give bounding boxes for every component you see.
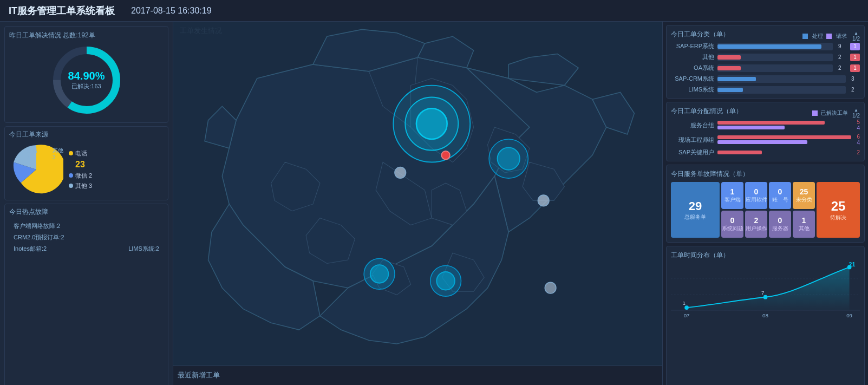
- fault-server-label: 服务器: [772, 225, 788, 232]
- middle-column: 工单发生情况: [173, 22, 662, 385]
- classification-title: 今日工单分类（单）: [671, 30, 729, 39]
- fault-app-num: 0: [754, 187, 759, 196]
- legend-other: 其他 3: [69, 182, 92, 190]
- bar-row-sap-key: SAP关键用户 2: [671, 148, 860, 156]
- fault-account-num: 0: [778, 187, 782, 196]
- legend-purple-sq: [826, 34, 832, 39]
- classification-bars: SAP-ERP系统 9 1 其他 2 1: [671, 42, 860, 94]
- hotspot-row-1: 客户端网络故障:2: [14, 222, 159, 230]
- bar-vals-service: 5 4: [857, 119, 860, 131]
- time-chart-svg: 1 7 21 07 08 09: [671, 262, 860, 322]
- legend-phone: 电话: [69, 149, 92, 158]
- fault-cell-user-op: 2 用户操作: [745, 211, 767, 238]
- bar-track-sap-crm: [717, 75, 846, 83]
- fault-panel: 今日服务单故障情况（单） 29 总服务单 1 客户端 0 应用软件 0: [666, 165, 865, 243]
- bar-label-service: 服务台组: [671, 121, 714, 129]
- fault-other-label: 其他: [799, 225, 810, 232]
- fault-client-num: 1: [730, 187, 735, 196]
- bar-fill-eng-1: [717, 135, 851, 139]
- bar-dual-engineer: [717, 135, 851, 144]
- fault-uncat-num: 25: [800, 187, 808, 196]
- bar-val-oa-1: 2: [838, 65, 847, 71]
- bar-dual-sap-key: [717, 151, 851, 154]
- time-chart-container: 1 7 21 07 08 09: [671, 262, 860, 322]
- svg-point-15: [436, 272, 455, 290]
- classification-pagination[interactable]: ▲ 1/2: [852, 31, 860, 42]
- bar-fill-oa: [717, 66, 741, 70]
- bar-row-engineer: 现场工程师组 6 4: [671, 134, 860, 146]
- hotspot-item-1: 客户端网络故障:2: [14, 222, 60, 230]
- bar-label-sap-key: SAP关键用户: [671, 148, 714, 156]
- arrow-up-icon[interactable]: ▲: [854, 31, 858, 36]
- classification-legend-area: 处理 请求 ▲ 1/2: [802, 31, 860, 42]
- fault-cell-uncat: 25 未分类: [793, 182, 815, 209]
- distribution-pagination[interactable]: ▲ 1/2: [852, 108, 860, 119]
- legend-purple-label: 请求: [836, 32, 847, 40]
- bar-label-sap-crm: SAP-CRM系统: [671, 75, 714, 83]
- hotspot-title: 今日热点故障: [9, 207, 164, 217]
- pie-chart: 微信2 其他3: [9, 142, 63, 197]
- fault-grid: 29 总服务单 1 客户端 0 应用软件 0 账 号 25: [671, 182, 860, 238]
- fault-pending-num: 25: [831, 199, 846, 214]
- bar-fill-other: [717, 55, 741, 60]
- wechat-label: 微信 2: [75, 172, 92, 180]
- val-09: 21: [849, 262, 856, 267]
- svg-point-13: [370, 265, 389, 283]
- bar-badge-other: 1: [850, 54, 860, 61]
- bar-val-service-1: 5: [857, 119, 860, 125]
- bar-row-other: 其他 2 1: [671, 53, 860, 61]
- pie-legend: 电话 23 微信 2 其他 3: [69, 149, 92, 190]
- bar-dual-service: [717, 121, 851, 129]
- other-label: 其他 3: [75, 182, 92, 190]
- dp-07: [684, 305, 689, 310]
- left-column: 昨日工单解决情况 总数:192单 84.90% 已解决:163 今日工单来源: [0, 22, 173, 385]
- fault-cell-app: 0 应用软件: [745, 182, 767, 209]
- svg-point-6: [416, 108, 447, 139]
- source-title: 今日工单来源: [9, 130, 164, 139]
- bar-row-service: 服务台组 5 4: [671, 119, 860, 131]
- pie-label-wechat: 微信2: [27, 147, 37, 160]
- right-column: 今日工单分类（单） 处理 请求 ▲ 1/2 SAP-ERP系统: [662, 22, 868, 385]
- main-layout: 昨日工单解决情况 总数:192单 84.90% 已解决:163 今日工单来源: [0, 22, 868, 385]
- datetime: 2017-08-15 16:30:19: [131, 6, 212, 16]
- hotspot-item-3: Inotes邮箱:2: [14, 245, 47, 253]
- fault-system-num: 0: [730, 216, 735, 225]
- bar-val-sap-key: 2: [857, 149, 860, 155]
- legend-resolved-label: 已解决工单: [821, 109, 848, 117]
- phone-dot: [69, 151, 73, 155]
- distribution-bars: 服务台组 5 4 现场工程师组: [671, 119, 860, 156]
- classification-panel: 今日工单分类（单） 处理 请求 ▲ 1/2 SAP-ERP系统: [666, 25, 865, 99]
- fault-total-num: 29: [689, 199, 702, 213]
- fault-system-label: 系统问题: [722, 225, 743, 232]
- bar-label-engineer: 现场工程师组: [671, 136, 714, 144]
- fault-total-label: 总服务单: [684, 213, 706, 221]
- bar-val-service-2: 4: [857, 125, 860, 131]
- svg-point-16: [545, 282, 556, 293]
- fault-total-cell: 29 总服务单: [671, 182, 720, 238]
- yesterday-title: 昨日工单解决情况 总数:192单: [9, 31, 95, 40]
- bar-fill-service-1: [717, 121, 825, 125]
- svg-point-9: [441, 151, 449, 159]
- fault-pending-label: 待解决: [830, 214, 846, 221]
- legend-wechat: 微信 2: [69, 172, 92, 180]
- svg-point-8: [498, 147, 520, 169]
- app-title: IT服务管理工单系统看板: [9, 4, 115, 17]
- bar-fill-lims: [717, 88, 743, 92]
- time-chart-title: 工单时间分布（单）: [671, 251, 860, 260]
- bar-row-lims: LIMS系统 2: [671, 86, 860, 94]
- fault-other-num: 1: [802, 216, 806, 225]
- fault-title: 今日服务单故障情况（单）: [671, 169, 860, 179]
- arrow-up-icon2[interactable]: ▲: [854, 108, 858, 113]
- bar-val-eng-1: 6: [857, 134, 860, 140]
- fault-account-label: 账 号: [772, 196, 788, 204]
- fault-cell-client: 1 客户端: [721, 182, 743, 209]
- source-row: 微信2 其他3 电话 23 微信 2 其他 3: [9, 142, 164, 197]
- map-section: 工单发生情况: [173, 22, 662, 366]
- fault-pending-cell: 25 待解决: [817, 182, 860, 238]
- fault-user-op-label: 用户操作: [746, 225, 767, 232]
- fault-user-op-num: 2: [754, 216, 759, 225]
- recent-section: 最近新增工单 1 A5中 【2017-01-25 09:57】用户微信群里表示.…: [173, 366, 662, 385]
- hotspot-row-2: CRM2.0预报订单:2: [14, 233, 159, 242]
- bar-label-other: 其他: [671, 53, 714, 61]
- other-dot: [69, 184, 73, 188]
